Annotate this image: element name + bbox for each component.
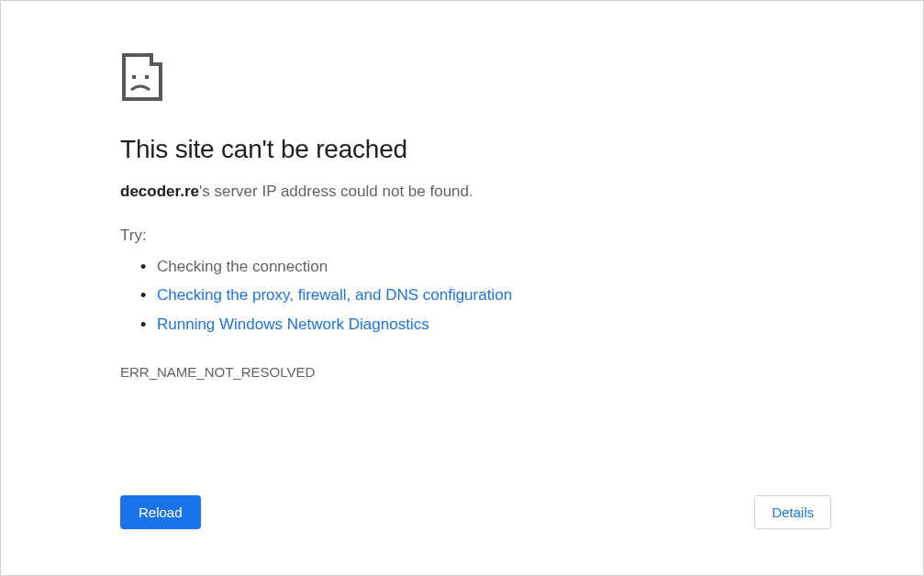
details-button[interactable]: Details <box>754 495 831 529</box>
suggestions-section: Try: Checking the connection Checking th… <box>120 227 923 338</box>
suggestions-list: Checking the connection Checking the pro… <box>120 252 923 338</box>
broken-page-icon <box>120 51 923 103</box>
svg-rect-0 <box>132 75 136 79</box>
error-message-suffix: 's server IP address could not be found. <box>199 183 473 200</box>
suggestion-item: Checking the connection <box>157 252 923 281</box>
button-row: Reload Details <box>120 495 831 529</box>
network-diagnostics-link[interactable]: Running Windows Network Diagnostics <box>157 316 429 333</box>
error-title: This site can't be reached <box>120 135 923 164</box>
error-code: ERR_NAME_NOT_RESOLVED <box>120 364 923 380</box>
reload-button[interactable]: Reload <box>120 495 201 529</box>
suggestion-text: Checking the connection <box>157 258 328 275</box>
suggestion-item: Running Windows Network Diagnostics <box>157 310 923 338</box>
svg-rect-1 <box>145 75 149 79</box>
error-message: decoder.re's server IP address could not… <box>120 183 923 201</box>
try-label: Try: <box>120 227 923 245</box>
suggestion-item: Checking the proxy, firewall, and DNS co… <box>157 281 923 309</box>
proxy-config-link[interactable]: Checking the proxy, firewall, and DNS co… <box>157 286 512 304</box>
error-domain: decoder.re <box>120 183 199 200</box>
